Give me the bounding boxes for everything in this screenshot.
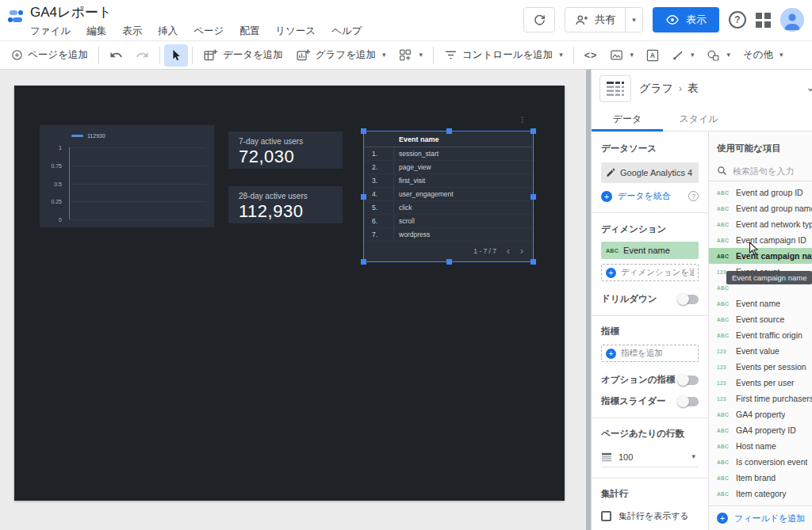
table-row: 4. user_engagement: [364, 188, 533, 201]
field-item[interactable]: ABC GA4 property: [709, 406, 812, 422]
view-button[interactable]: 表示: [653, 7, 719, 32]
properties-panel: グラフ › 表 ⌄ データ スタイル データソース Google Analyti…: [591, 70, 812, 530]
field-item[interactable]: ABC Item brand: [709, 470, 812, 486]
embed-url-button[interactable]: <>: [578, 44, 604, 67]
field-type-badge: ABC: [717, 444, 731, 449]
data-source-name: Google Analytics 4: [620, 168, 692, 177]
field-item[interactable]: ABC GA4 property ID: [709, 422, 812, 438]
selection-handle[interactable]: [361, 128, 366, 134]
add-page-button[interactable]: ページを追加: [5, 44, 94, 67]
share-options-button[interactable]: ▾: [625, 8, 642, 32]
menu-item[interactable]: 編集: [86, 25, 106, 38]
menu-item[interactable]: 表示: [122, 25, 142, 38]
prev-page-icon[interactable]: ‹: [507, 246, 510, 256]
field-item[interactable]: ABC Event campaign name: [709, 248, 812, 264]
event-table[interactable]: Event name 1. session_start 2. page_view…: [363, 131, 534, 262]
field-type-badge: ABC: [606, 248, 619, 254]
field-item[interactable]: ABC Host name: [709, 438, 812, 454]
menu-item[interactable]: ファイル: [30, 25, 71, 38]
field-item[interactable]: ABC Event ad network typ: [709, 216, 812, 232]
looker-studio-logo-icon[interactable]: [7, 7, 26, 26]
field-item[interactable]: 123 Events per session: [709, 359, 812, 375]
selection-handle[interactable]: [530, 194, 536, 200]
undo-button[interactable]: [103, 44, 129, 67]
field-list: ABC Event ad group ID ABC Event ad group…: [709, 185, 812, 501]
panel-settings-column: データソース Google Analytics 4 + データを統合 ? ディメ…: [592, 132, 709, 530]
chart-type-value[interactable]: 表: [688, 82, 699, 96]
next-page-icon[interactable]: ›: [520, 246, 523, 256]
data-source-chip[interactable]: Google Analytics 4: [601, 162, 699, 183]
add-text-button[interactable]: A: [640, 44, 665, 67]
field-type-badge: ABC: [717, 222, 731, 227]
menu-item[interactable]: ヘルプ: [331, 25, 362, 38]
time-series-chart[interactable]: 112930 10.750.50.250: [40, 125, 214, 227]
undo-icon: [109, 48, 123, 62]
add-data-button[interactable]: データを追加: [197, 44, 289, 67]
report-canvas[interactable]: 112930 10.750.50.250 7-day active users …: [14, 86, 565, 501]
field-item[interactable]: ABC Event campaign ID: [709, 232, 812, 248]
optional-metrics-toggle[interactable]: [678, 376, 699, 385]
dimension-chip[interactable]: ABC Event name: [601, 242, 699, 259]
add-chart-button[interactable]: グラフを追加 ▾: [289, 44, 393, 67]
redo-button[interactable]: [129, 44, 155, 67]
field-item[interactable]: ABC Event traffic origin: [709, 327, 812, 343]
legend-line-swatch: [71, 135, 83, 137]
add-dimension-button[interactable]: + ディメンションを追加: [601, 264, 699, 281]
selection-handle[interactable]: [530, 128, 536, 134]
separator: [98, 47, 99, 64]
scorecard-28day[interactable]: 28-day active users 112,930: [228, 186, 343, 223]
menu-item[interactable]: 挿入: [158, 25, 178, 38]
field-item[interactable]: ABC Event source: [709, 311, 812, 327]
community-visualizations-button[interactable]: ▾: [392, 44, 429, 67]
field-item[interactable]: ABC Event ad group name: [709, 200, 812, 216]
more-tools-button[interactable]: その他 ▾: [737, 44, 790, 67]
select-tool-button[interactable]: [164, 44, 188, 67]
top-bar: GA4レポート ファイル編集表示挿入ページ配置リソースヘルプ 共有 ▾: [0, 0, 812, 41]
field-item[interactable]: ABC Event ad group ID: [709, 185, 812, 200]
scorecard-value: 72,030: [239, 147, 343, 167]
menu-item[interactable]: ページ: [193, 25, 224, 38]
row-event-name: first_visit: [394, 177, 425, 185]
avatar[interactable]: [780, 8, 804, 32]
scorecard-7day[interactable]: 7-day active users 72,030: [228, 132, 343, 169]
add-metric-button[interactable]: + 指標を追加: [601, 345, 699, 362]
table-row: 2. page_view: [364, 161, 533, 174]
tab-data[interactable]: データ: [592, 108, 663, 131]
share-button[interactable]: 共有: [565, 8, 625, 32]
divider: [592, 315, 708, 316]
rows-per-page-select[interactable]: 100 ▾: [601, 447, 699, 467]
row-number: 2.: [364, 161, 394, 173]
add-control-button[interactable]: コントロールを追加 ▾: [438, 44, 569, 67]
selection-handle[interactable]: [361, 194, 366, 200]
chevron-down-icon: ▾: [691, 51, 695, 59]
field-item[interactable]: 123 First time purchasers: [709, 391, 812, 406]
metric-slider-toggle[interactable]: [678, 397, 699, 406]
selection-handle[interactable]: [446, 128, 452, 134]
blend-data-button[interactable]: + データを統合 ?: [601, 190, 699, 202]
menu-item[interactable]: リソース: [275, 25, 316, 38]
add-shape-button[interactable]: ▾: [700, 44, 737, 67]
report-title[interactable]: GA4レポート: [30, 3, 112, 21]
add-field-button[interactable]: + フィールドを追加: [709, 510, 812, 526]
menu-item[interactable]: 配置: [239, 25, 259, 38]
divider: [709, 505, 812, 506]
blend-help-icon[interactable]: ?: [688, 191, 699, 201]
add-line-button[interactable]: ▾: [665, 44, 701, 67]
apps-grid-icon[interactable]: [756, 13, 771, 28]
summary-row-checkbox[interactable]: [601, 511, 611, 521]
field-name: Event campaign ID: [736, 235, 806, 245]
collapse-panel-icon[interactable]: ⌄: [806, 81, 812, 93]
table-move-handle[interactable]: ⋮: [519, 116, 526, 124]
field-item[interactable]: ABC Is conversion event: [709, 454, 812, 470]
refresh-button[interactable]: [523, 7, 555, 32]
drilldown-toggle[interactable]: [678, 295, 699, 304]
field-item[interactable]: ABC Event name: [709, 296, 812, 311]
field-search-input[interactable]: [733, 166, 808, 176]
add-chart-label: グラフを追加: [316, 48, 376, 62]
field-item[interactable]: 123 Events per user: [709, 375, 812, 391]
add-image-button[interactable]: ▾: [603, 44, 640, 67]
tab-style[interactable]: スタイル: [663, 108, 734, 131]
help-button[interactable]: ?: [729, 11, 746, 29]
field-item[interactable]: ABC Item category: [709, 486, 812, 501]
field-item[interactable]: 123 Event value: [709, 343, 812, 359]
